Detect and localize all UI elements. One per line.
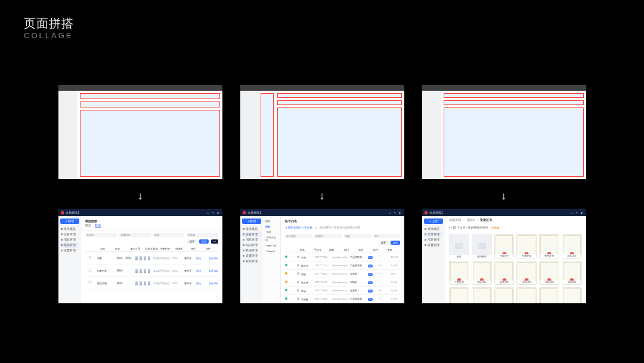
row-action[interactable]: ⋯ (379, 256, 388, 259)
bell-icon[interactable]: ✦ (575, 211, 578, 214)
file-card[interactable]: 资质-002 (494, 261, 515, 285)
user-icon[interactable]: ◐ (216, 211, 220, 214)
sidebar-item[interactable]: 消息管理 (60, 237, 79, 242)
filter-input[interactable]: 业务类型 (285, 234, 312, 238)
sidebar-item[interactable]: 消息管理 (242, 237, 261, 242)
primary-action-button[interactable]: + 新增 (242, 219, 261, 224)
row-checkbox[interactable] (88, 256, 91, 259)
file-card[interactable]: 资质-010 (539, 287, 559, 303)
sidebar-item[interactable]: 系统概览 (424, 226, 443, 232)
file-card[interactable]: 资质-008 (494, 287, 515, 303)
search-button[interactable]: 查询 (391, 241, 400, 245)
file-card[interactable]: 年度证书 (449, 261, 469, 285)
row-checkbox[interactable] (88, 281, 91, 284)
sidebar-item[interactable]: 系统概览 (60, 226, 79, 232)
table-row[interactable]: 李雪135****0098lixue@mail.cn运营部停用⋯3天前 (285, 287, 400, 295)
folder-card[interactable]: 应用素材 (472, 234, 492, 259)
status-chip[interactable]: 已完成 (491, 226, 500, 229)
table-row[interactable]: 周明磊158****3341zhou2023@a.cn产品研发部启用⋯5天前 (285, 295, 400, 303)
sidebar-item[interactable]: 消息管理 (424, 237, 443, 242)
file-card[interactable]: 专项资质 (516, 234, 537, 259)
primary-action-button[interactable]: + 新增 (60, 219, 79, 224)
user-icon[interactable]: ◐ (580, 211, 584, 214)
sidebar-item[interactable]: 业务管理 (60, 232, 79, 237)
cell-status: 激活 (196, 282, 206, 285)
sub-sidebar-item[interactable]: 概览 (265, 219, 278, 224)
breadcrumb-item[interactable]: 知识文档 (449, 219, 461, 222)
folder-card[interactable]: 默认 (449, 234, 469, 259)
sidebar-item[interactable]: 权限管理 (242, 259, 261, 264)
row-action[interactable]: ⋯ (379, 289, 388, 292)
table-row[interactable]: 对象默认角色人物某某配置数据描述文案2023-管理员激活查看 编辑 (85, 252, 218, 264)
tree-item[interactable]: · 华东分公司 (265, 235, 278, 243)
file-card[interactable]: 资质-009 (516, 287, 537, 303)
filter-input[interactable]: 关键词 (314, 234, 341, 238)
row-action[interactable]: ⋯ (379, 272, 388, 275)
row-actions[interactable]: 查看 编辑 (209, 257, 218, 260)
tree-item[interactable]: · 总部 (265, 229, 278, 235)
reset-button[interactable]: 重置 (187, 239, 197, 244)
file-card[interactable]: 荣誉证书 (539, 234, 559, 259)
primary-action-button[interactable]: + 上传 (424, 219, 443, 224)
row-actions[interactable]: 查看 编辑 (209, 282, 218, 285)
file-card[interactable]: 资质-006 (449, 287, 469, 303)
row-action[interactable]: ⋯ (379, 297, 388, 300)
search-button[interactable]: 查询 (199, 239, 209, 244)
file-card[interactable]: 资质-005 (562, 261, 582, 285)
row-action[interactable]: ⋯ (379, 281, 388, 284)
search-icon[interactable]: ⌕ (569, 211, 573, 214)
row-actions[interactable]: 查看 编辑 (209, 269, 218, 272)
tab[interactable]: 数据 (95, 224, 101, 228)
bell-icon[interactable]: ✦ (211, 211, 215, 214)
banner-link[interactable]: 上班时间统计 已达标 (285, 226, 312, 229)
sidebar-item[interactable]: 文件管理 (424, 232, 443, 237)
cell-status[interactable]: 启用 (368, 264, 377, 267)
tab[interactable]: 概览 (85, 224, 91, 228)
table-row[interactable]: 对象列表默认某某配置数据描述文案2023-管理员激活查看 编辑 (85, 264, 218, 277)
sidebar-item[interactable]: 设置管理 (242, 253, 261, 259)
search-icon[interactable]: ⌕ (388, 211, 391, 214)
file-card[interactable]: 资质-001 (472, 261, 492, 285)
file-card[interactable]: 资质-007 (472, 287, 492, 303)
cell-status[interactable]: 启用 (368, 297, 377, 301)
table-row[interactable]: 王强138****2056wang@mail.com产品研发部启用⋯12分钟 (285, 253, 400, 262)
file-card[interactable]: 授权证书 (494, 234, 515, 259)
breadcrumb-item[interactable]: 项目A (467, 219, 475, 222)
sidebar-item[interactable]: 模型管理 (60, 242, 79, 248)
filter-input[interactable]: 更新者 (187, 233, 218, 237)
filter-input[interactable]: 创建时间 (119, 233, 151, 237)
table-row[interactable]: 刘航137****8852liuh@mail.com运营部启用⋯昨天 (285, 270, 400, 278)
cell-status[interactable]: 停用 (368, 289, 377, 293)
filter-input[interactable]: 状态 (344, 234, 371, 238)
user-icon[interactable]: ◐ (398, 211, 402, 214)
filter-input[interactable]: 部门 (373, 234, 400, 238)
bell-icon[interactable]: ✦ (393, 211, 397, 214)
row-action[interactable]: ⋯ (379, 264, 388, 267)
sidebar-item[interactable]: 知识管理 (242, 242, 261, 248)
sidebar-item[interactable]: 设置管理 (424, 242, 443, 248)
cell-status[interactable]: 启用 (368, 281, 377, 284)
file-card[interactable]: 资质-004 (539, 261, 559, 285)
filter-input[interactable]: 标签 (153, 233, 185, 237)
file-card[interactable]: 合格认证 (562, 234, 582, 259)
more-button[interactable]: ⋯ (211, 239, 218, 244)
filter-input[interactable]: 关键词 (85, 233, 117, 237)
table-row[interactable]: 数据文档默认某某配置数据描述文案2023-管理员激活查看 编辑 (85, 277, 218, 290)
cell-status[interactable]: 启用 (368, 256, 377, 259)
file-card[interactable]: 资质-011 (562, 287, 582, 303)
sidebar-item[interactable]: 业务管理 (242, 232, 261, 237)
table-row[interactable]: 张文慧136****6471zhang@corp.io市场部启用⋯2天前 (285, 278, 400, 287)
sidebar-item[interactable]: 数据管理 (242, 248, 261, 253)
cell-status[interactable]: 启用 (368, 272, 377, 276)
table-row[interactable]: 陈大河139****1174chen@company.cn产品研发部启用⋯1小时 (285, 262, 400, 270)
tree-item[interactable]: · Support (265, 248, 278, 254)
sidebar-item[interactable]: 设置管理 (60, 248, 79, 253)
row-checkbox[interactable] (88, 269, 91, 272)
file-card[interactable]: 资质-003 (516, 261, 537, 285)
reset-button[interactable]: 重置 (379, 241, 388, 245)
tree-item[interactable]: · 销售一部 (265, 243, 278, 248)
sub-sidebar-item[interactable]: 明细 (265, 224, 278, 229)
col-header: 手机号 (314, 248, 327, 251)
sidebar-item[interactable]: 系统概览 (242, 226, 261, 232)
search-icon[interactable]: ⌕ (206, 211, 209, 214)
